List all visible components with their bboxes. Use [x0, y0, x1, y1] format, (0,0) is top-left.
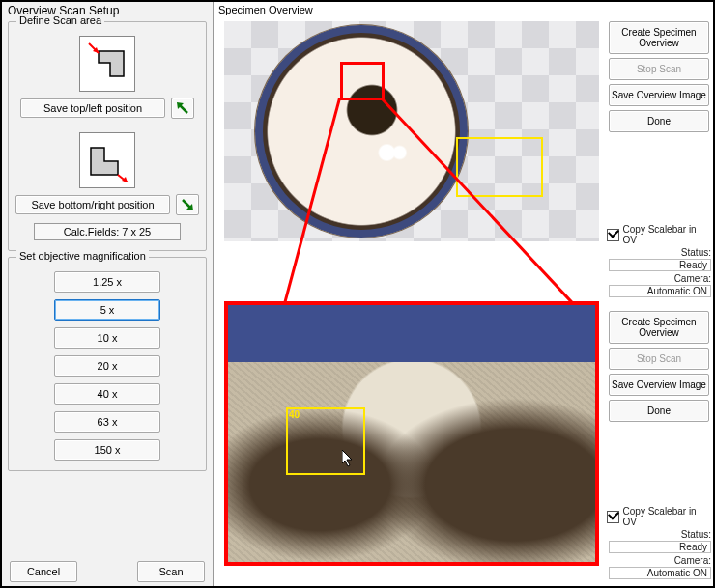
status-block-top: Copy Scalebar in OV Status: Ready Camera…: [607, 224, 711, 299]
define-scan-area-group: Define Scan area Save top/left position: [8, 21, 207, 251]
create-specimen-overview-button-2[interactable]: Create Specimen Overview: [609, 311, 709, 344]
zoom-scan-field-label: 40: [289, 409, 300, 420]
copy-scalebar-checkbox-2[interactable]: [607, 511, 619, 523]
overview-selection-rect[interactable]: [340, 62, 385, 100]
scan-button[interactable]: Scan: [137, 561, 205, 582]
camera-value-2: Automatic ON: [609, 567, 711, 579]
stop-scan-button-2[interactable]: Stop Scan: [609, 348, 709, 370]
magnification-option-4[interactable]: 40 x: [54, 383, 160, 405]
app-window: Overview Scan Setup Define Scan area Sav…: [0, 0, 715, 588]
magnification-legend: Set objective magnification: [16, 250, 149, 262]
save-bottom-right-button[interactable]: Save bottom/right position: [15, 195, 170, 214]
move-bottom-right-button[interactable]: [176, 194, 199, 215]
define-scan-area-legend: Define Scan area: [16, 14, 104, 26]
stop-scan-button[interactable]: Stop Scan: [609, 58, 709, 80]
magnification-list: 1.25 x 5 x 10 x 20 x 40 x 63 x 150 x: [14, 271, 200, 461]
magnification-option-1[interactable]: 5 x: [54, 299, 160, 321]
svg-marker-0: [99, 51, 124, 76]
camera-label: Camera:: [607, 273, 711, 284]
magnification-option-6[interactable]: 150 x: [54, 439, 160, 461]
done-button[interactable]: Done: [609, 110, 709, 132]
status-value-2: Ready: [609, 541, 711, 553]
save-overview-image-button[interactable]: Save Overview Image: [609, 84, 709, 106]
magnification-group: Set objective magnification 1.25 x 5 x 1…: [8, 257, 207, 471]
arrow-up-left-icon: [175, 100, 190, 116]
magnification-option-0[interactable]: 1.25 x: [54, 271, 160, 293]
specimen-thumbnail: [255, 25, 468, 238]
copy-scalebar-label-2: Copy Scalebar in OV: [623, 506, 709, 527]
arrow-down-right-icon: [180, 197, 195, 212]
specimen-overview-title: Specimen Overview: [218, 4, 313, 15]
status-label: Status:: [607, 247, 711, 258]
move-top-left-button[interactable]: [171, 98, 194, 119]
bottom-right-corner-icon: [79, 132, 135, 188]
svg-marker-5: [91, 148, 118, 175]
status-block-bottom: Copy Scalebar in OV Status: Ready Camera…: [607, 506, 711, 581]
top-left-corner-icon: [79, 36, 135, 92]
magnification-option-5[interactable]: 63 x: [54, 411, 160, 433]
status-value: Ready: [609, 259, 711, 271]
zoom-viewer[interactable]: 40: [224, 301, 599, 566]
bottom-button-row: Cancel Scan: [2, 561, 213, 582]
overview-scan-field-rect[interactable]: [456, 137, 543, 197]
left-panel: Overview Scan Setup Define Scan area Sav…: [2, 2, 214, 586]
magnification-option-2[interactable]: 10 x: [54, 327, 160, 349]
magnification-option-3[interactable]: 20 x: [54, 355, 160, 377]
svg-marker-10: [342, 450, 352, 466]
copy-scalebar-checkbox[interactable]: [607, 229, 619, 241]
zoom-tissue-image: [228, 305, 595, 562]
save-overview-image-button-2[interactable]: Save Overview Image: [609, 374, 709, 396]
camera-label-2: Camera:: [607, 555, 711, 566]
right-area: Specimen Overview 40 Create Specimen Ove…: [214, 2, 713, 586]
camera-value: Automatic ON: [609, 285, 711, 297]
create-specimen-overview-button[interactable]: Create Specimen Overview: [609, 21, 709, 54]
done-button-2[interactable]: Done: [609, 400, 709, 422]
save-top-left-button[interactable]: Save top/left position: [20, 98, 165, 118]
status-label-2: Status:: [607, 529, 711, 540]
copy-scalebar-label: Copy Scalebar in OV: [623, 224, 709, 245]
cancel-button[interactable]: Cancel: [10, 561, 77, 582]
side-controls-bottom: Create Specimen Overview Stop Scan Save …: [607, 311, 711, 581]
calc-fields-readout: Calc.Fields: 7 x 25: [34, 223, 181, 240]
side-controls-top: Create Specimen Overview Stop Scan Save …: [607, 21, 711, 299]
mouse-cursor-icon: [342, 450, 354, 467]
